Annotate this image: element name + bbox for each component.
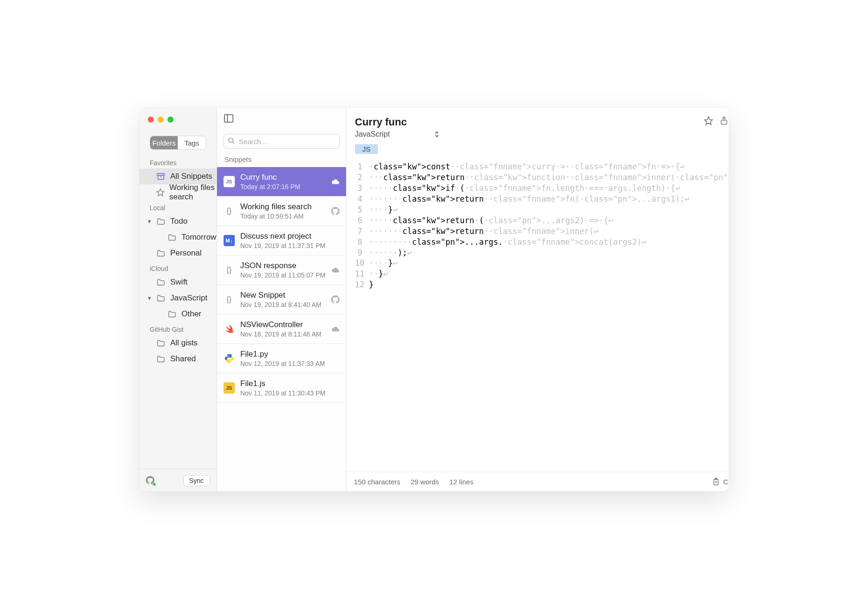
char-count: 150 characters	[354, 478, 400, 486]
archive-box-icon	[156, 173, 166, 180]
row-text: File1.js Nov 11, 2019 at 11:30:43 PM	[240, 379, 326, 397]
sidebar-item-all-gists[interactable]: All gists	[139, 335, 217, 351]
editor-footer: 150 characters 29 words 12 lines Copy to…	[347, 472, 729, 491]
sidebar-item-shared[interactable]: Shared	[139, 351, 217, 367]
filetype-badge-icon: JS	[224, 382, 235, 394]
favorite-star-icon[interactable]	[704, 116, 713, 125]
row-title: File1.js	[240, 379, 326, 388]
code-line: 10····}↩	[355, 258, 729, 269]
snippet-row[interactable]: JS Curry func Today at 2:07:16 PM	[217, 167, 346, 197]
status-dot-icon	[152, 482, 156, 486]
snippet-rows: JS Curry func Today at 2:07:16 PM {} Wor…	[217, 167, 346, 491]
github-status-icon[interactable]	[146, 476, 155, 485]
code-editor[interactable]: 1·class="kw">const··class="fnname">curry…	[347, 158, 729, 290]
editor-header: Curry func	[347, 108, 729, 128]
snippet-row[interactable]: JS File1.js Nov 11, 2019 at 11:30:43 PM	[217, 373, 346, 403]
line-number: 2	[355, 172, 369, 183]
toggle-sidebar-icon[interactable]	[224, 114, 235, 125]
row-subtitle: Nov 18, 2019 at 8:11:46 AM	[240, 330, 326, 338]
zoom-window-button[interactable]	[167, 117, 174, 123]
row-text: File1.py Nov 12, 2019 at 11:37:33 AM	[240, 350, 326, 367]
line-count: 12 lines	[449, 478, 474, 486]
sidebar-item-label: Shared	[170, 354, 196, 364]
sync-source-icon	[331, 207, 340, 215]
sidebar-item-label: Other	[181, 309, 202, 319]
folder-icon	[156, 294, 166, 302]
clipboard-icon	[712, 478, 720, 486]
row-text: Discuss next project Nov 19, 2019 at 11:…	[240, 232, 326, 249]
sidebar-item-label: Tomorrow	[181, 233, 217, 242]
sync-source-icon	[331, 178, 340, 185]
sync-source-icon	[331, 267, 340, 273]
snippet-list-panel: Snippets JS Curry func Today at 2:07:16 …	[217, 108, 347, 491]
line-number: 12	[355, 279, 369, 290]
svg-rect-4	[224, 115, 233, 122]
tab-tags[interactable]: Tags	[178, 136, 205, 149]
row-subtitle: Nov 19, 2019 at 11:37:31 PM	[240, 242, 326, 249]
svg-point-6	[229, 138, 233, 142]
section-icloud-label: iCloud	[139, 261, 217, 274]
row-text: New Snippet Nov 19, 2019 at 8:41:40 AM	[240, 291, 326, 308]
disclosure-triangle-icon[interactable]: ▼	[147, 295, 152, 301]
sidebar-item-personal[interactable]: Personal	[139, 245, 217, 261]
folder-icon	[156, 355, 166, 363]
share-icon[interactable]	[720, 116, 729, 125]
snippet-row[interactable]: {} JSON response Nov 19, 2019 at 11:05:0…	[217, 256, 346, 285]
close-window-button[interactable]	[148, 117, 154, 123]
folder-icon	[167, 234, 177, 241]
svg-rect-1	[158, 175, 164, 180]
section-local-label: Local	[139, 200, 217, 213]
row-title: NSViewController	[240, 320, 326, 329]
folder-icon	[156, 249, 166, 257]
snippet-row[interactable]: {} New Snippet Nov 19, 2019 at 8:41:40 A…	[217, 285, 346, 314]
row-subtitle: Nov 12, 2019 at 11:37:33 AM	[240, 360, 326, 367]
sidebar-item-working-files[interactable]: Working files search	[139, 184, 217, 200]
line-number: 11	[355, 269, 369, 279]
list-header-label: Snippets	[217, 149, 346, 167]
folder-icon	[156, 339, 166, 347]
word-count: 29 words	[411, 478, 439, 486]
filetype-badge-icon	[224, 323, 235, 335]
line-number: 6	[355, 215, 369, 226]
snippet-row[interactable]: {} Working files search Today at 10:59:5…	[217, 197, 346, 226]
code-line: 3·····class="kw">if·(·class="fnname">fn.…	[355, 183, 729, 194]
snippet-row[interactable]: NSViewController Nov 18, 2019 at 8:11:46…	[217, 314, 346, 344]
folder-icon	[156, 218, 166, 225]
disclosure-triangle-icon[interactable]: ▼	[147, 219, 152, 224]
line-number: 5	[355, 205, 369, 215]
snippet-row[interactable]: File1.py Nov 12, 2019 at 11:37:33 AM	[217, 344, 346, 373]
filetype-badge-icon: M↓	[224, 235, 235, 246]
line-number: 9	[355, 248, 369, 258]
chevron-updown-icon	[434, 131, 439, 138]
line-number: 1	[355, 161, 369, 172]
row-title: New Snippet	[240, 291, 326, 300]
sidebar-item-other[interactable]: Other	[139, 306, 217, 322]
sidebar-item-tomorrow[interactable]: Tomorrow	[139, 229, 217, 245]
row-title: Curry func	[240, 173, 326, 182]
filetype-badge-icon: {}	[224, 205, 235, 217]
code-line: 9······);↩	[355, 248, 729, 258]
language-tag[interactable]: JS	[355, 144, 378, 154]
sidebar-item-todo[interactable]: ▼ Todo	[139, 213, 217, 229]
line-number: 8	[355, 237, 369, 248]
filetype-badge-icon: {}	[224, 264, 235, 276]
code-line: 1·class="kw">const··class="fnname">curry…	[355, 161, 729, 172]
sidebar-item-label: Working files search	[169, 183, 217, 202]
sidebar-item-label: Todo	[170, 217, 188, 226]
folder-icon	[156, 278, 166, 286]
sync-button[interactable]: Sync	[183, 475, 210, 486]
tab-folders[interactable]: Folders	[150, 136, 178, 149]
snippet-row[interactable]: M↓ Discuss next project Nov 19, 2019 at …	[217, 226, 346, 256]
snippet-title[interactable]: Curry func	[355, 116, 407, 128]
code-line: 7·······class="kw">return··class="fnname…	[355, 226, 729, 237]
sidebar-item-label: JavaScript	[170, 293, 207, 303]
language-selector[interactable]: JavaScript	[347, 128, 729, 142]
line-number: 4	[355, 194, 369, 205]
minimize-window-button[interactable]	[158, 117, 164, 123]
search-input[interactable]	[224, 134, 340, 149]
sidebar-item-swift[interactable]: Swift	[139, 274, 217, 290]
sidebar-item-all-snippets[interactable]: All Snippets	[139, 168, 217, 184]
copy-to-clipboard-button[interactable]: Copy to clipboard	[712, 478, 729, 486]
code-line: 6·····class="kw">return·(·class="pn">...…	[355, 215, 729, 226]
sidebar-item-javascript[interactable]: ▼ JavaScript	[139, 290, 217, 306]
